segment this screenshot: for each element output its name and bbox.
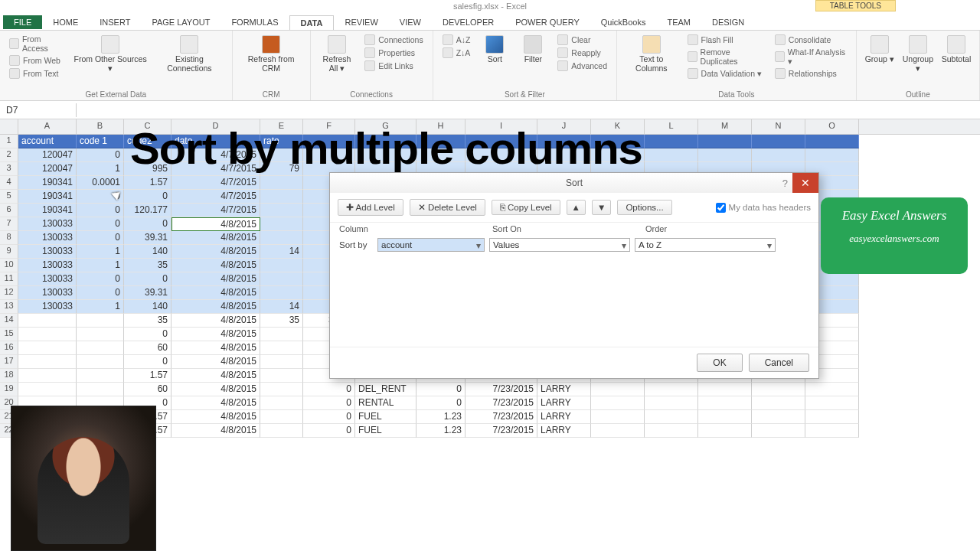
cell[interactable]: 0 <box>77 286 124 300</box>
dialog-titlebar[interactable]: Sort ? ✕ <box>330 173 818 193</box>
cell[interactable] <box>752 396 805 410</box>
cell[interactable]: 1.23 <box>416 410 466 424</box>
group-button[interactable]: Group ▾ <box>863 34 897 66</box>
col-L[interactable]: L <box>645 119 698 134</box>
cell[interactable] <box>645 396 698 410</box>
cell[interactable]: 4/8/2015 <box>172 314 260 328</box>
ungroup-button[interactable]: Ungroup ▾ <box>901 34 935 74</box>
has-headers-checkbox[interactable]: My data has headers <box>716 203 811 213</box>
cell[interactable]: 60 <box>124 341 172 355</box>
cell[interactable]: FUEL <box>355 424 416 438</box>
cell[interactable]: 35 <box>124 259 172 272</box>
cell[interactable] <box>698 148 752 162</box>
cell[interactable]: 0 <box>124 272 172 286</box>
connections-button[interactable]: Connections <box>361 34 426 46</box>
row-header[interactable]: 18 <box>0 369 18 383</box>
cell[interactable] <box>260 355 303 369</box>
tab-power-query[interactable]: POWER QUERY <box>505 15 590 29</box>
cell[interactable]: 4/8/2015 <box>172 383 260 396</box>
dialog-help-button[interactable]: ? <box>782 178 788 189</box>
cell[interactable]: LARRY <box>537 396 591 410</box>
cell[interactable]: 1.57 <box>124 176 172 190</box>
cell[interactable]: 190341 <box>18 176 77 190</box>
properties-button[interactable]: Properties <box>361 47 426 59</box>
cell[interactable] <box>77 328 124 341</box>
cell[interactable]: code 1 <box>77 135 124 148</box>
tab-review[interactable]: REVIEW <box>334 15 388 29</box>
row-header[interactable]: 7 <box>0 217 18 231</box>
cell[interactable]: 120.177 <box>124 204 172 217</box>
cell[interactable] <box>591 410 645 424</box>
cell[interactable]: 120047 <box>18 162 77 176</box>
row-header[interactable]: 17 <box>0 355 18 369</box>
col-B[interactable]: B <box>77 119 124 134</box>
tab-data[interactable]: DATA <box>289 15 335 30</box>
reapply-button[interactable]: Reapply <box>554 47 610 59</box>
cell[interactable]: 4/8/2015 <box>172 424 260 438</box>
cell[interactable]: 0 <box>124 217 172 231</box>
cell[interactable]: DEL_RENT <box>355 383 416 396</box>
cell[interactable]: 39.31 <box>124 286 172 300</box>
cell[interactable]: 0 <box>124 355 172 369</box>
from-text-button[interactable]: From Text <box>6 67 67 80</box>
refresh-from-crm-button[interactable]: Refresh from CRM <box>239 34 304 74</box>
cell[interactable]: RENTAL <box>355 396 416 410</box>
what-if-button[interactable]: What-If Analysis ▾ <box>772 47 850 67</box>
delete-level-button[interactable]: ✕ Delete Level <box>410 199 485 216</box>
cell[interactable] <box>645 410 698 424</box>
consolidate-button[interactable]: Consolidate <box>772 34 850 46</box>
cell[interactable]: 0 <box>124 190 172 204</box>
cell[interactable]: 1.57 <box>124 369 172 383</box>
cell[interactable] <box>752 135 805 148</box>
cell[interactable] <box>260 204 303 217</box>
cell[interactable]: 0 <box>124 328 172 341</box>
cell[interactable] <box>645 148 698 162</box>
cell[interactable]: 140 <box>124 245 172 259</box>
row-header[interactable]: 15 <box>0 328 18 341</box>
name-box[interactable]: D7 <box>0 103 77 117</box>
tab-formulas[interactable]: FORMULAS <box>220 15 289 29</box>
cell[interactable]: 1 <box>77 300 124 314</box>
row-header[interactable]: 2 <box>0 148 18 162</box>
cell[interactable] <box>260 231 303 245</box>
ok-button[interactable]: OK <box>697 354 742 372</box>
col-O[interactable]: O <box>805 119 859 134</box>
col-M[interactable]: M <box>698 119 752 134</box>
edit-links-button[interactable]: Edit Links <box>361 60 426 72</box>
cell[interactable]: account <box>18 135 77 148</box>
cell[interactable] <box>805 410 859 424</box>
cell[interactable] <box>591 424 645 438</box>
cell[interactable]: 0 <box>416 396 466 410</box>
tab-quickbooks[interactable]: QuickBooks <box>590 15 657 29</box>
tab-page-layout[interactable]: PAGE LAYOUT <box>141 15 220 29</box>
cell[interactable] <box>260 396 303 410</box>
cancel-button[interactable]: Cancel <box>749 354 809 372</box>
cell[interactable]: 130033 <box>18 259 77 272</box>
relationships-button[interactable]: Relationships <box>772 67 850 80</box>
order-select[interactable]: A to Z <box>635 238 776 252</box>
dialog-close-button[interactable]: ✕ <box>792 173 818 193</box>
cell[interactable]: 1.23 <box>416 424 466 438</box>
cell[interactable] <box>752 383 805 396</box>
cell[interactable] <box>645 383 698 396</box>
remove-duplicates-button[interactable]: Remove Duplicates <box>684 47 767 67</box>
existing-connections-button[interactable]: Existing Connections <box>153 34 226 74</box>
cell[interactable]: LARRY <box>537 410 591 424</box>
cell[interactable]: 4/8/2015 <box>172 300 260 314</box>
cell[interactable]: 130033 <box>18 300 77 314</box>
cell[interactable]: 4/8/2015 <box>172 396 260 410</box>
cell[interactable]: 0 <box>77 217 124 231</box>
options-button[interactable]: Options... <box>617 200 671 215</box>
cell[interactable]: 35 <box>260 314 303 328</box>
cell[interactable] <box>805 148 859 162</box>
col-A[interactable]: A <box>18 119 77 134</box>
cell[interactable]: 130033 <box>18 286 77 300</box>
cell[interactable]: 14 <box>260 245 303 259</box>
cell[interactable]: 190341 <box>18 204 77 217</box>
cell[interactable]: LARRY <box>537 383 591 396</box>
add-level-button[interactable]: ✚ Add Level <box>338 199 403 216</box>
row-header[interactable]: 9 <box>0 245 18 259</box>
cell[interactable]: 4/8/2015 <box>172 217 260 231</box>
cell[interactable]: 1 <box>77 259 124 272</box>
flash-fill-button[interactable]: Flash Fill <box>684 34 767 46</box>
